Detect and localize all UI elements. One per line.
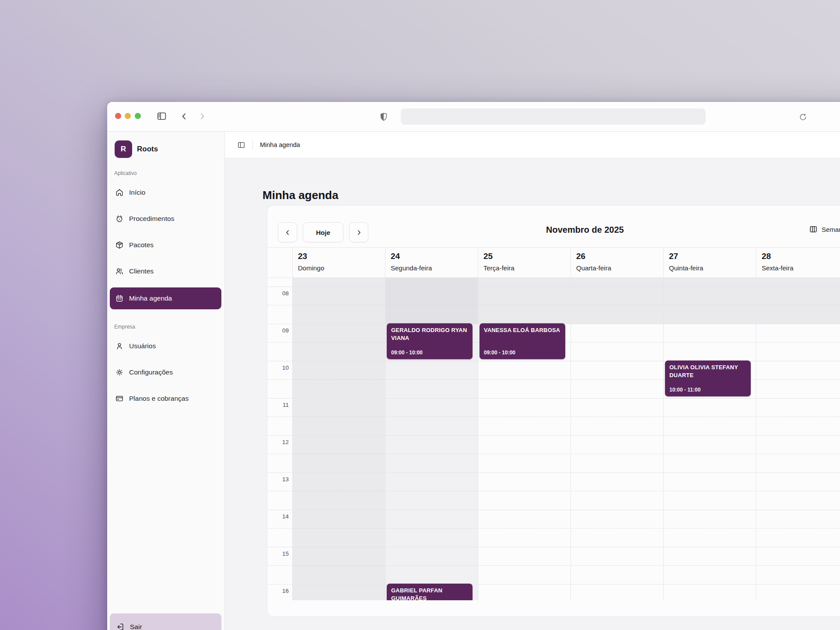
columns-icon (809, 225, 818, 234)
sidebar-item-label: Clientes (129, 267, 154, 275)
sidebar-item-label: Procedimentos (129, 215, 174, 223)
week-grid-body[interactable]: 080910111213141516GERALDO RODRIGO RYAN V… (267, 278, 840, 600)
half-hour-line (267, 305, 840, 305)
hour-label: 12 (267, 439, 289, 445)
desktop-background: R Roots AplicativoInícioProcedimentosPac… (0, 0, 840, 630)
half-hour-line (267, 528, 840, 528)
sidebar-section-label: Empresa (110, 324, 221, 330)
hour-label: 10 (267, 364, 289, 371)
next-week-button[interactable] (349, 222, 368, 242)
unavailable-band (570, 278, 663, 324)
sidebar-nav: AplicativoInícioProcedimentosPacotesClie… (110, 170, 221, 415)
close-window-button[interactable] (115, 113, 121, 119)
user-icon (115, 342, 124, 350)
column-line (756, 278, 756, 600)
day-header-24: 24Segunda-feira (385, 248, 478, 277)
column-line (663, 278, 664, 600)
logout-button[interactable]: Sair (110, 613, 221, 630)
half-hour-line (267, 565, 840, 566)
column-line (292, 278, 293, 600)
privacy-shield-icon[interactable] (378, 111, 389, 122)
hour-label: 13 (267, 476, 289, 483)
calendar-event[interactable]: VANESSA ELOÁ BARBOSA09:00 - 10:00 (480, 323, 565, 359)
half-hour-line (267, 416, 840, 417)
sidebar-item-minha-agenda[interactable]: Minha agenda (110, 287, 221, 309)
day-column-26[interactable] (570, 278, 663, 600)
week-grid: 23Domingo24Segunda-feira25Terça-feira26Q… (267, 247, 840, 600)
hour-line (267, 398, 840, 399)
sidebar-item-procedimentos[interactable]: Procedimentos (110, 209, 221, 229)
hour-label: 15 (267, 550, 289, 557)
day-header-25: 25Terça-feira (478, 248, 570, 277)
credit-card-icon (115, 394, 124, 403)
breadcrumb-bar: Minha agenda (225, 132, 840, 158)
sidebar-item-configurações[interactable]: Configurações (110, 362, 221, 382)
gear-icon (115, 368, 124, 377)
column-line (478, 278, 478, 600)
package-icon (115, 241, 124, 249)
day-name: Quinta-feira (669, 264, 756, 272)
day-column-23[interactable] (292, 278, 385, 600)
hour-line (267, 584, 840, 584)
hour-line (267, 287, 840, 287)
sidebar-section-label: Aplicativo (110, 170, 221, 176)
content-area: Minha agenda Hoje Novembro de 2025 (225, 158, 840, 630)
sidebar-item-clientes[interactable]: Clientes (110, 261, 221, 281)
week-grid-header: 23Domingo24Segunda-feira25Terça-feira26Q… (267, 247, 840, 278)
calendar-event[interactable]: GABRIEL PARFAN GUIMARÃES16:00 - 17:00 (387, 584, 472, 600)
hour-line (267, 361, 840, 361)
day-number: 28 (762, 252, 840, 261)
hour-label: 11 (267, 402, 289, 408)
unavailable-band (478, 278, 570, 324)
today-button[interactable]: Hoje (303, 222, 343, 242)
browser-window: R Roots AplicativoInícioProcedimentosPac… (107, 102, 840, 630)
day-number: 27 (669, 252, 756, 261)
hour-label: 08 (267, 290, 289, 297)
view-switcher[interactable]: Semana (809, 225, 840, 234)
half-hour-line (267, 491, 840, 491)
hour-label: 09 (267, 327, 289, 334)
half-hour-line (267, 379, 840, 380)
day-header-23: 23Domingo (292, 248, 385, 277)
view-switcher-label: Semana (822, 226, 840, 233)
minimize-window-button[interactable] (125, 113, 131, 119)
event-title: GERALDO RODRIGO RYAN VIANA (391, 326, 468, 342)
sidebar-item-label: Minha agenda (129, 294, 172, 302)
panel-toggle-icon[interactable] (237, 141, 245, 149)
browser-sidebar-toggle-icon[interactable] (156, 110, 168, 122)
brand-name: Roots (137, 145, 158, 154)
day-column-27[interactable] (663, 278, 756, 600)
back-icon[interactable] (179, 112, 189, 121)
brand: R Roots (115, 140, 158, 158)
sidebar-item-início[interactable]: Início (110, 182, 221, 203)
day-number: 23 (298, 252, 385, 261)
reload-icon[interactable] (798, 112, 807, 121)
sidebar-item-label: Planos e cobranças (129, 395, 189, 402)
day-name: Segunda-feira (391, 264, 478, 272)
sidebar-item-usuários[interactable]: Usuários (110, 336, 221, 356)
event-time: 10:00 - 11:00 (669, 387, 746, 393)
column-line (385, 278, 385, 600)
calendar-card: Hoje Novembro de 2025 Semana (267, 205, 840, 617)
home-icon (115, 188, 124, 197)
browser-chrome (107, 102, 840, 132)
previous-week-button[interactable] (278, 222, 297, 242)
day-name: Terça-feira (483, 264, 570, 272)
sidebar-item-planos-e-cobranças[interactable]: Planos e cobranças (110, 388, 221, 409)
day-number: 25 (483, 252, 570, 261)
day-column-28[interactable] (756, 278, 840, 600)
sidebar-item-pacotes[interactable]: Pacotes (110, 235, 221, 255)
calendar-toolbar: Hoje (278, 222, 368, 242)
day-header-27: 27Quinta-feira (663, 248, 756, 277)
zoom-window-button[interactable] (135, 113, 141, 119)
hour-line (267, 547, 840, 547)
calendar-event[interactable]: GERALDO RODRIGO RYAN VIANA09:00 - 10:00 (387, 323, 472, 359)
hour-line (267, 435, 840, 436)
event-time: 09:00 - 10:00 (391, 350, 468, 356)
chevron-right-icon (355, 229, 363, 236)
forward-icon[interactable] (197, 112, 207, 121)
unavailable-band (663, 278, 756, 324)
event-time: 09:00 - 10:00 (484, 350, 561, 356)
calendar-event[interactable]: OLIVIA OLIVIA STEFANY DUARTE10:00 - 11:0… (665, 360, 751, 396)
address-bar[interactable] (401, 108, 706, 125)
